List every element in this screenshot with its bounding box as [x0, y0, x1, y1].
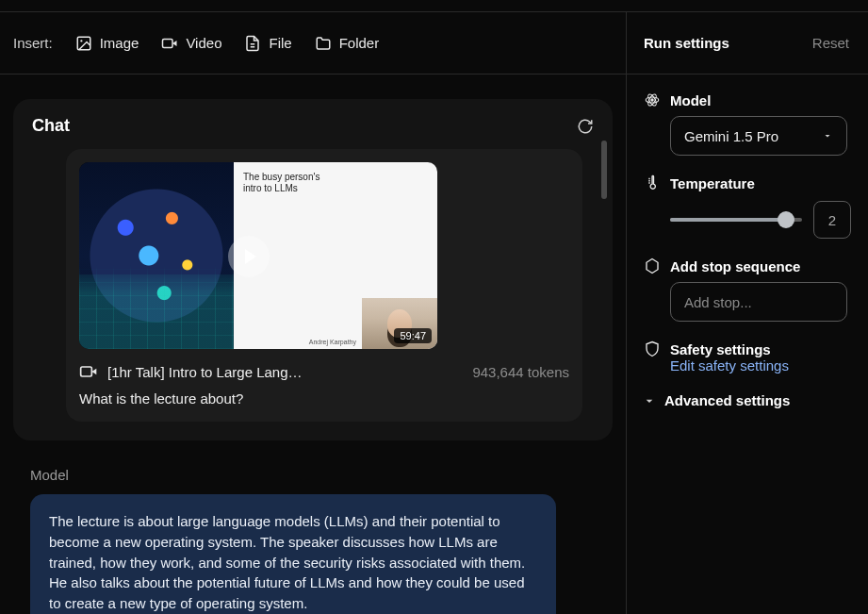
svg-rect-3	[81, 367, 92, 376]
insert-file-label: File	[269, 35, 291, 51]
video-duration: 59:47	[394, 328, 432, 343]
advanced-label: Advanced settings	[664, 392, 790, 408]
insert-toolbar: Insert: Image Video File Folder	[0, 12, 627, 74]
safety-section: Safety settings Edit safety settings	[644, 340, 851, 373]
temperature-value[interactable]: 2	[813, 201, 851, 239]
model-dropdown[interactable]: Gemini 1.5 Pro	[670, 116, 847, 156]
stop-sequence-section: Add stop sequence	[644, 257, 851, 322]
svg-point-7	[651, 99, 653, 101]
chevron-down-icon	[822, 130, 833, 141]
run-settings-panel: Model Gemini 1.5 Pro Temperature 2	[627, 75, 868, 614]
chevron-down-icon	[642, 393, 657, 408]
insert-folder-label: Folder	[339, 35, 380, 51]
token-count: 943,644 tokens	[472, 364, 569, 380]
refresh-button[interactable]	[577, 118, 594, 135]
insert-folder-button[interactable]: Folder	[315, 35, 380, 52]
insert-image-label: Image	[100, 35, 139, 51]
slide-title: The busy person's intro to LLMs	[243, 172, 328, 194]
slider-knob[interactable]	[778, 211, 794, 228]
attachment-meta-row: [1hr Talk] Intro to Large Lang… 943,644 …	[79, 362, 569, 381]
shield-icon	[644, 340, 661, 357]
model-section: Model Gemini 1.5 Pro	[644, 91, 851, 156]
chat-panel: Chat The busy person's intro to LLMs And…	[0, 75, 627, 614]
advanced-toggle[interactable]: Advanced settings	[642, 392, 851, 408]
safety-label: Safety settings	[670, 341, 771, 357]
top-bar: Insert: Image Video File Folder Run sett…	[0, 11, 868, 75]
svg-point-1	[80, 40, 82, 41]
insert-video-label: Video	[186, 35, 221, 51]
chat-header: Chat	[32, 116, 594, 136]
insert-label: Insert:	[13, 35, 53, 51]
svg-rect-2	[163, 39, 173, 47]
temperature-label: Temperature	[670, 175, 755, 191]
video-icon	[79, 362, 98, 381]
attachment-filename: [1hr Talk] Intro to Large Lang…	[107, 364, 303, 380]
main-split: Chat The busy person's intro to LLMs And…	[0, 75, 868, 614]
scrollbar-thumb[interactable]	[601, 141, 607, 199]
run-settings-title: Run settings	[644, 35, 729, 51]
model-role-label: Model	[30, 467, 613, 483]
model-value: Gemini 1.5 Pro	[684, 128, 778, 144]
file-icon	[244, 35, 261, 52]
run-settings-header: Run settings Reset	[627, 12, 868, 74]
folder-icon	[315, 35, 332, 52]
reset-button[interactable]: Reset	[812, 35, 849, 51]
video-attachment-thumb[interactable]: The busy person's intro to LLMs Andrej K…	[79, 162, 437, 349]
insert-video-button[interactable]: Video	[161, 35, 221, 52]
insert-file-button[interactable]: File	[244, 35, 291, 52]
thumb-art	[79, 162, 234, 349]
thermometer-icon	[644, 174, 661, 191]
play-button[interactable]	[228, 236, 270, 277]
hexagon-icon	[644, 257, 661, 274]
atom-icon	[644, 91, 661, 108]
model-label: Model	[670, 92, 711, 108]
image-icon	[75, 35, 92, 52]
chat-card: Chat The busy person's intro to LLMs And…	[13, 99, 613, 440]
temperature-slider[interactable]	[670, 218, 802, 222]
temperature-section: Temperature 2	[644, 174, 851, 239]
edit-safety-link[interactable]: Edit safety settings	[670, 357, 851, 373]
stop-label: Add stop sequence	[670, 258, 800, 274]
video-icon	[161, 35, 178, 52]
slide-author: Andrej Karpathy	[309, 339, 356, 345]
insert-image-button[interactable]: Image	[75, 35, 139, 52]
user-question: What is the lecture about?	[79, 390, 569, 407]
refresh-icon	[577, 118, 594, 135]
model-response: The lecture is about large language mode…	[30, 494, 556, 614]
stop-input[interactable]	[670, 282, 847, 322]
slider-fill	[670, 218, 786, 222]
chat-title: Chat	[32, 116, 70, 136]
user-message: The busy person's intro to LLMs Andrej K…	[66, 149, 582, 422]
